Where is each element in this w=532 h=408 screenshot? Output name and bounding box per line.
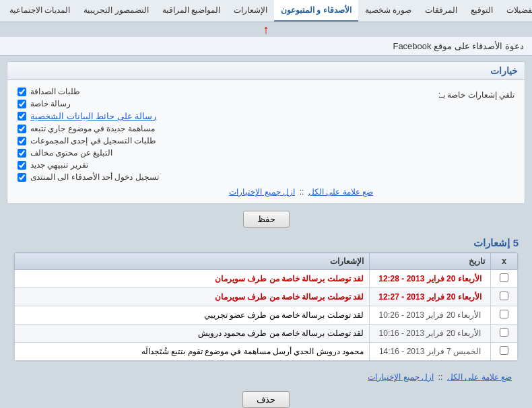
notifications-title: 5 إشعارات [7, 233, 525, 252]
row-message: محمود درويش الجدي أرسل مساهمة في موضوع ت… [15, 343, 370, 361]
row-checkbox-cell [491, 288, 518, 306]
personal-data-link[interactable]: رسالة على حائط البيانات الشخصية [30, 111, 156, 121]
nav-item-signature[interactable]: تفضيلات [500, 0, 532, 22]
checkbox-input-5[interactable] [18, 149, 26, 158]
checkbox-input-2[interactable] [18, 112, 26, 121]
settings-section: خيارات تلقي إشعارات خاصة بـ: طلبات الصدا… [7, 61, 525, 204]
table-row: الخميس 7 فراير 2013 - 14:16محمود درويش ا… [15, 343, 518, 361]
checkbox-input-3[interactable] [18, 125, 26, 133]
options-container: تلقي إشعارات خاصة بـ: طلبات الصداقة رسال… [18, 87, 514, 197]
checkbox-label-5: التبليغ عن محتوى مخالف [30, 148, 112, 158]
row-message: لقد توصلت برسالة خاصة من طرف عضو تجريبي [15, 306, 370, 325]
nav-item-social[interactable]: المديات الاجتماعية [3, 0, 77, 22]
nav-item-watched[interactable]: الإشعارات [227, 0, 274, 22]
checkbox-label-6: تقرير تنبيهي جديد [30, 160, 88, 170]
nav-item-attachments[interactable]: التوقيع [464, 0, 500, 22]
checkbox-row-6: تقرير تنبيهي جديد [18, 160, 373, 170]
select-all-row: ضع علامة على الكل :: ازل جميع الإختيارات [18, 187, 373, 197]
checkbox-input-1[interactable] [18, 100, 26, 108]
table-row: الأربعاء 20 فراير 2013 - 12:28لقد توصلت … [15, 270, 518, 288]
select-all-link[interactable]: ضع علامة على الكل [308, 187, 373, 197]
notif-select-all-link[interactable]: ضع علامة على الكل [447, 372, 512, 382]
row-message: لقد توصلت برسالة خاصة من طرف سويرمان [15, 288, 370, 306]
nav-item-friends[interactable]: صورة شخصية [358, 0, 418, 22]
checkbox-input-6[interactable] [18, 161, 26, 170]
checkbox-label-1: رسالة خاصة [30, 99, 71, 108]
col-header-x: x [491, 253, 518, 270]
checkbox-label-7: تسجيل دخول أحد الأصدقاء الى المنتدى [30, 172, 159, 182]
nav-item-experimental[interactable]: التضمصور التجريبية [77, 0, 155, 22]
checkbox-row-1: رسالة خاصة [18, 99, 373, 108]
col-header-message: الإشعارات [15, 253, 370, 270]
nav-item-notifications[interactable]: الأصدقاء و المتبوعون [274, 0, 358, 22]
checkbox-row-2: رسالة على حائط البيانات الشخصية [18, 111, 373, 121]
checkbox-label-3: مساهمة جديدة في موضوع جاري تتبعه [30, 124, 155, 133]
row-checkbox-cell [491, 306, 518, 325]
row-checkbox-cell [491, 343, 518, 361]
col-header-date: تاريخ [370, 253, 491, 270]
checkboxes-area: طلبات الصداقة رسالة خاصة رسالة على حائط … [18, 87, 373, 197]
checkbox-row-0: طلبات الصداقة [18, 87, 373, 96]
notifications-bottom-actions: ضع علامة على الكل :: ازل جميع الإختيارات [13, 368, 519, 386]
checkbox-row-3: مساهمة جديدة في موضوع جاري تتبعه [18, 124, 373, 133]
page-subtitle: دعوة الأصدقاء على موقع Facebook [0, 37, 532, 56]
table-row: الأربعاء 20 فراير 2013 - 12:27لقد توصلت … [15, 288, 518, 306]
remove-all-link[interactable]: ازل جميع الإختيارات [229, 187, 295, 197]
checkbox-input-0[interactable] [18, 88, 26, 96]
row-checkbox[interactable] [500, 273, 508, 282]
row-checkbox-cell [491, 270, 518, 288]
table-row: الأربعاء 20 فراير 2013 - 10:26لقد توصلت … [15, 306, 518, 325]
row-date: الأربعاء 20 فراير 2013 - 12:27 [370, 288, 491, 306]
row-date: الأربعاء 20 فراير 2013 - 10:26 [370, 306, 491, 325]
notifications-table-box: x تاريخ الإشعارات الأربعاء 20 فراير 2013… [13, 252, 519, 362]
settings-section-header: خيارات [7, 62, 525, 80]
checkbox-input-7[interactable] [18, 173, 26, 182]
table-row: الأربعاء 20 فراير 2013 - 10:16لقد توصلت … [15, 325, 518, 343]
notif-remove-all-link[interactable]: ازل جميع الإختيارات [368, 372, 434, 382]
main-content: خيارات تلقي إشعارات خاصة بـ: طلبات الصدا… [0, 56, 532, 408]
row-message: لقد توصلت برسالة خاصة من طرف محمود درويش [15, 325, 370, 343]
checkbox-label-4: طلبات التسجيل في إحدى المجموعات [30, 136, 156, 145]
row-date: الأربعاء 20 فراير 2013 - 10:16 [370, 325, 491, 343]
nav-item-favorites[interactable]: المواضيع المراقبة [156, 0, 227, 22]
checkbox-label-0: طلبات الصداقة [30, 87, 80, 96]
row-checkbox[interactable] [500, 328, 508, 337]
row-checkbox-cell [491, 325, 518, 343]
nav-item-avatar[interactable]: المرفقات [418, 0, 464, 22]
up-arrow-icon: ↑ [263, 23, 269, 36]
notifications-table-wrapper: x تاريخ الإشعارات الأربعاء 20 فراير 2013… [7, 252, 525, 386]
checkbox-row-4: طلبات التسجيل في إحدى المجموعات [18, 136, 373, 145]
receive-label: تلقي إشعارات خاصة بـ: [380, 87, 514, 197]
delete-button[interactable]: حذف [242, 391, 290, 408]
row-checkbox[interactable] [500, 346, 508, 355]
row-checkbox[interactable] [500, 310, 508, 318]
top-navigation: المديات الاجتماعية التضمصور التجريبية ال… [0, 0, 532, 22]
checkbox-row-7: تسجيل دخول أحد الأصدقاء الى المنتدى [18, 172, 373, 182]
row-date: الخميس 7 فراير 2013 - 14:16 [370, 343, 491, 361]
notifications-table: x تاريخ الإشعارات الأربعاء 20 فراير 2013… [14, 252, 518, 361]
checkbox-row-5: التبليغ عن محتوى مخالف [18, 148, 373, 158]
settings-section-body: تلقي إشعارات خاصة بـ: طلبات الصداقة رسال… [7, 80, 525, 203]
row-date: الأربعاء 20 فراير 2013 - 12:28 [370, 270, 491, 288]
save-button[interactable]: حفظ [243, 211, 290, 228]
row-message: لقد توصلت برسالة خاصة من طرف سويرمان [15, 270, 370, 288]
arrow-indicator: ↑ [0, 22, 532, 37]
checkbox-input-4[interactable] [18, 137, 26, 145]
row-checkbox[interactable] [500, 292, 508, 300]
